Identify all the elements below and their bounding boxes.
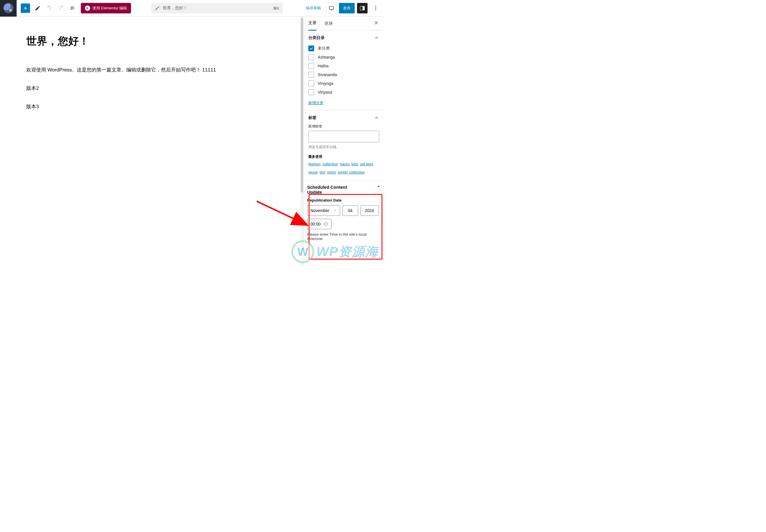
scu-month-select[interactable]: November xyxy=(307,205,340,216)
pencil-icon xyxy=(35,5,41,11)
site-logo-icon xyxy=(4,3,13,13)
category-item[interactable]: Vinyasa xyxy=(308,88,379,97)
most-used-tag-list: fashioncollectionhackskidsold teesreuset… xyxy=(308,161,379,176)
tag-link[interactable]: kids xyxy=(351,161,358,167)
scu-time-value: 00:00 xyxy=(310,222,321,226)
tag-link[interactable]: fashion xyxy=(308,161,321,167)
category-checkbox[interactable] xyxy=(308,89,314,95)
add-block-button[interactable] xyxy=(21,3,30,13)
scrollbar-thumb[interactable] xyxy=(301,18,303,193)
panel-title-categories: 分类目录 xyxy=(308,35,325,41)
sidebar-icon xyxy=(359,5,365,11)
post-paragraph[interactable]: 欢迎使用 WordPress。这是您的第一篇文章。编辑或删除它，然后开始写作吧！… xyxy=(26,66,274,74)
svg-point-4 xyxy=(375,8,376,9)
topbar-right-actions: 保存草稿 发布 xyxy=(303,2,384,14)
post-paragraph[interactable]: 版本3 xyxy=(26,103,274,111)
publish-button[interactable]: 发布 xyxy=(339,3,355,13)
category-item[interactable]: 未分类 xyxy=(308,44,379,53)
category-checkbox[interactable] xyxy=(308,45,314,51)
settings-sidebar: 文章 区块 分类目录 未分类AshtangaHathaSivanandaVini… xyxy=(303,17,384,266)
chevron-down-icon xyxy=(333,209,337,212)
tab-block[interactable]: 区块 xyxy=(325,17,333,31)
plus-icon xyxy=(22,5,28,11)
post-paragraph[interactable]: 版本2 xyxy=(26,84,274,93)
tag-link[interactable]: old tees xyxy=(360,161,373,167)
undo-button[interactable] xyxy=(43,2,55,14)
pen-icon xyxy=(155,6,160,11)
chevron-up-icon xyxy=(374,35,379,41)
category-checkbox[interactable] xyxy=(308,81,314,86)
category-item[interactable]: Hatha xyxy=(308,62,379,70)
category-checkbox[interactable] xyxy=(308,63,314,69)
desktop-icon xyxy=(328,5,334,11)
scu-time-row: 00:00 xyxy=(307,219,380,229)
svg-rect-0 xyxy=(329,6,333,9)
settings-panel-toggle[interactable] xyxy=(357,3,368,13)
tab-post[interactable]: 文章 xyxy=(308,17,316,31)
most-used-label: 最多使用 xyxy=(308,154,379,159)
redo-button[interactable] xyxy=(55,2,67,14)
sidebar-tabs: 文章 区块 xyxy=(304,17,384,31)
tag-hint: 用逗号或回车分隔。 xyxy=(308,145,379,150)
redo-icon xyxy=(58,5,64,11)
category-item[interactable]: Viniyoga xyxy=(308,79,379,88)
panel-title-tags: 标签 xyxy=(308,115,316,120)
svg-rect-2 xyxy=(363,6,365,10)
tag-link[interactable]: tips xyxy=(320,169,326,176)
panel-scheduled-content-update: Scheduled Content Update Republication D… xyxy=(304,181,384,246)
elementor-btn-label: 使用 Elementor 编辑 xyxy=(92,6,127,11)
tag-link[interactable]: tricks xyxy=(327,169,336,176)
category-label: Viniyoga xyxy=(318,81,333,86)
elementor-icon: E xyxy=(85,6,90,11)
panel-head-categories[interactable]: 分类目录 xyxy=(308,35,379,41)
search-title: 世界，您好！ xyxy=(163,6,187,11)
panel-tags: 标签 新增标签 用逗号或回车分隔。 最多使用 fashioncollection… xyxy=(304,111,384,181)
triangle-up-icon xyxy=(377,185,380,188)
scu-time-input[interactable]: 00:00 xyxy=(307,219,331,229)
category-label: Sivananda xyxy=(318,72,337,77)
site-logo-button[interactable] xyxy=(0,0,17,17)
save-draft-button[interactable]: 保存草稿 xyxy=(303,3,324,13)
category-checkbox[interactable] xyxy=(308,72,314,78)
preview-button[interactable] xyxy=(326,3,337,13)
add-tag-input[interactable] xyxy=(308,131,379,142)
document-search-bar[interactable]: 世界，您好！ ⌘K xyxy=(151,3,283,13)
tag-link[interactable]: collection xyxy=(322,161,338,167)
add-tag-label: 新增标签 xyxy=(308,124,379,129)
panel-head-tags[interactable]: 标签 xyxy=(308,115,379,120)
check-icon xyxy=(309,46,313,50)
scu-subtitle: Republication Date xyxy=(307,198,380,202)
chevron-up-icon xyxy=(374,115,379,120)
publish-label: 发布 xyxy=(343,6,351,11)
tag-link[interactable]: reuse xyxy=(308,169,318,176)
editor-scrollbar[interactable] xyxy=(300,17,303,266)
more-options-button[interactable] xyxy=(370,2,382,14)
post-title[interactable]: 世界，您好！ xyxy=(26,34,274,48)
scu-year-value: 2024 xyxy=(365,208,374,213)
scu-title-row[interactable]: Scheduled Content Update xyxy=(307,185,380,195)
svg-point-5 xyxy=(375,10,376,11)
edit-with-elementor-button[interactable]: E 使用 Elementor 编辑 xyxy=(81,3,131,13)
undo-icon xyxy=(46,5,53,11)
block-editor-canvas[interactable]: 世界，您好！ 欢迎使用 WordPress。这是您的第一篇文章。编辑或删除它，然… xyxy=(0,17,300,266)
scu-year-input[interactable]: 2024 xyxy=(361,205,379,216)
tag-link[interactable]: hacks xyxy=(340,161,350,167)
scu-day-input[interactable]: 04 xyxy=(342,205,358,216)
category-item[interactable]: Sivananda xyxy=(308,70,379,79)
add-category-link[interactable]: 新增分类 xyxy=(308,101,323,105)
scu-title: Scheduled Content Update xyxy=(307,185,360,195)
document-overview-button[interactable] xyxy=(67,2,78,14)
search-kbd: ⌘K xyxy=(273,6,279,11)
clock-icon xyxy=(323,222,328,226)
scu-month-value: November xyxy=(310,208,329,213)
category-checkbox[interactable] xyxy=(308,54,314,60)
category-item[interactable]: Ashtanga xyxy=(308,53,379,62)
close-sidebar-button[interactable] xyxy=(373,20,379,27)
category-label: 未分类 xyxy=(318,46,330,51)
main-layout: 世界，您好！ 欢迎使用 WordPress。这是您的第一篇文章。编辑或删除它，然… xyxy=(0,17,384,266)
tag-link[interactable]: winter collection xyxy=(338,169,365,176)
editor-topbar: E 使用 Elementor 编辑 世界，您好！ ⌘K 保存草稿 发布 xyxy=(0,0,384,17)
tools-button[interactable] xyxy=(32,2,43,14)
scu-day-value: 04 xyxy=(348,208,353,213)
svg-point-3 xyxy=(375,6,376,7)
